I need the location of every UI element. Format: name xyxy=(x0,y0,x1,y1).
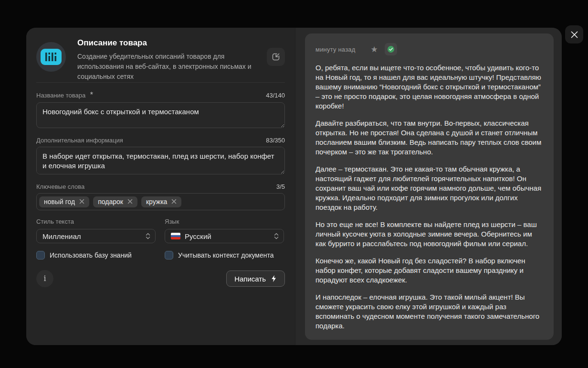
russian-flag-icon xyxy=(171,233,180,239)
generated-text: О, ребята, если вы ищете что-то особенно… xyxy=(315,63,543,340)
insert-result-button[interactable] xyxy=(267,48,285,66)
favorite-star-button[interactable]: ★ xyxy=(370,44,379,54)
remove-tag-icon[interactable] xyxy=(79,199,84,204)
checkbox-box-icon[interactable] xyxy=(36,251,45,260)
form-header: Описание товара Создание убедительных оп… xyxy=(36,28,285,83)
page-title: Описание товара xyxy=(77,38,255,48)
star-icon: ★ xyxy=(371,45,378,54)
product-name-counter: 43/140 xyxy=(266,92,285,99)
chevron-updown-icon xyxy=(146,232,150,240)
checkbox-box-icon[interactable] xyxy=(165,251,173,260)
product-name-label-row: Название товара * 43/140 xyxy=(36,91,285,99)
result-paragraph: О, ребята, если вы ищете что-то особенно… xyxy=(315,63,543,111)
result-header: минуту назад ★ xyxy=(315,43,543,55)
use-knowledge-base-label: Использовать базу знаний xyxy=(50,251,132,259)
result-paragraph: Конечно же, какой Новый год без сладосте… xyxy=(315,256,543,285)
modal-close-button[interactable] xyxy=(565,25,583,43)
product-name-label: Название товара xyxy=(36,92,85,99)
remove-tag-icon[interactable] xyxy=(171,199,177,204)
page-subtitle: Создание убедительных описаний товаров д… xyxy=(77,52,255,82)
remove-tag-icon[interactable] xyxy=(127,199,133,204)
insert-into-square-icon xyxy=(271,52,281,62)
text-style-value: Миллениал xyxy=(42,232,146,240)
keywords-counter: 3/5 xyxy=(276,183,285,190)
product-name-input[interactable]: Новогодний бокс с открыткой и термостака… xyxy=(36,102,285,128)
info-button[interactable]: i xyxy=(36,270,53,287)
close-icon xyxy=(570,31,578,39)
result-paragraph: Далее – термостакан. Это не какая-то там… xyxy=(315,164,543,212)
keyword-tag[interactable]: кружка xyxy=(141,196,182,207)
result-timestamp: минуту назад xyxy=(315,46,356,53)
additional-info-counter: 83/350 xyxy=(266,137,285,144)
additional-info-label-row: Дополнительная информация 83/350 xyxy=(36,137,285,144)
keywords-input[interactable]: новый год подарок кружка xyxy=(36,193,285,210)
keyword-tag-label: кружка xyxy=(146,198,168,206)
write-button-label: Написать xyxy=(234,275,266,283)
result-paragraph: Но это еще не все! В комплекте вы найдет… xyxy=(315,220,543,249)
keywords-label: Ключевые слова xyxy=(36,183,84,190)
barcode-icon xyxy=(41,49,62,65)
result-paragraph: И напоследок – елочная игрушка. Это тако… xyxy=(315,292,543,331)
result-paragraph: Давайте разбираться, что там внутри. Во-… xyxy=(315,119,543,157)
info-icon: i xyxy=(43,274,46,283)
keyword-tag[interactable]: подарок xyxy=(93,196,137,207)
text-style-label: Стиль текста xyxy=(36,218,74,225)
keyword-tag-label: подарок xyxy=(98,198,123,206)
use-document-context-label: Учитывать контекст документа xyxy=(178,251,274,259)
tool-avatar xyxy=(36,42,66,72)
keyword-tag[interactable]: новый год xyxy=(39,196,89,207)
language-label: Язык xyxy=(165,218,179,225)
result-paragraph: В общем, если вы хотите быть королем нов… xyxy=(315,338,543,340)
required-asterisk: * xyxy=(90,91,93,99)
check-circle-icon xyxy=(387,45,395,53)
product-description-modal: Описание товара Создание убедительных оп… xyxy=(26,28,562,345)
additional-info-label: Дополнительная информация xyxy=(36,137,123,144)
chevron-updown-icon xyxy=(274,232,279,240)
additional-info-input[interactable]: В наборе идет открытка, термостакан, пле… xyxy=(36,147,285,174)
lightning-bolt-icon xyxy=(271,275,277,282)
language-select[interactable]: Русский xyxy=(165,229,284,243)
approve-result-button[interactable] xyxy=(385,43,397,55)
result-panel: минуту назад ★ О, ребята, если вы ищете … xyxy=(295,28,562,345)
use-document-context-checkbox[interactable]: Учитывать контекст документа xyxy=(165,251,284,260)
language-value: Русский xyxy=(185,232,211,240)
keyword-tag-label: новый год xyxy=(44,198,75,206)
use-knowledge-base-checkbox[interactable]: Использовать базу знаний xyxy=(36,251,156,260)
keywords-label-row: Ключевые слова 3/5 xyxy=(36,183,285,190)
text-style-select[interactable]: Миллениал xyxy=(36,229,156,243)
write-button[interactable]: Написать xyxy=(226,271,285,287)
generated-result-card: минуту назад ★ О, ребята, если вы ищете … xyxy=(305,33,554,340)
generator-form-panel: Описание товара Создание убедительных оп… xyxy=(26,28,295,345)
